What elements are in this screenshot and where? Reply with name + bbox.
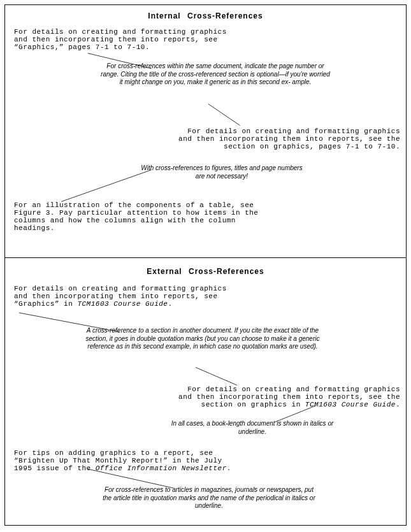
external-example-2-italic: TCM1603 Course Guide [305, 401, 396, 408]
internal-example-3: For an illustration of the components of… [14, 201, 294, 232]
internal-annotation-2: With cross-references to figures, titles… [139, 164, 305, 180]
svg-line-1 [208, 104, 240, 126]
external-example-3: For tips on adding graphics to a report,… [14, 449, 282, 472]
external-annotation-2: In all cases, a book-length document is … [157, 420, 348, 436]
external-example-2-post: . [396, 401, 400, 408]
svg-line-4 [196, 368, 237, 385]
external-example-1-italic: TCM1603 Course Guide [77, 300, 168, 308]
internal-example-2: For details on creating and formatting g… [158, 127, 400, 150]
external-example-1-post: . [168, 300, 172, 308]
page: Internal Cross-References For details on… [0, 4, 411, 532]
external-annotation-1: A cross-reference to a section in anothe… [82, 327, 324, 351]
external-example-3-italic: Office Information Newsletter [96, 464, 227, 472]
svg-line-2 [61, 170, 151, 202]
internal-title: Internal Cross-References [5, 11, 406, 20]
external-example-3-post: . [227, 464, 231, 472]
external-example-2: For details on creating and formatting g… [158, 385, 400, 408]
external-title: External Cross-References [5, 267, 406, 276]
internal-example-1: For details on creating and formatting g… [14, 28, 269, 51]
external-annotation-3: For cross-references to articles in maga… [101, 486, 317, 510]
section-internal: Internal Cross-References For details on… [4, 4, 407, 258]
internal-annotation-1: For cross-references within the same doc… [101, 62, 330, 87]
external-example-1: For details on creating and formatting g… [14, 285, 288, 308]
section-external: External Cross-References For details on… [4, 258, 407, 526]
